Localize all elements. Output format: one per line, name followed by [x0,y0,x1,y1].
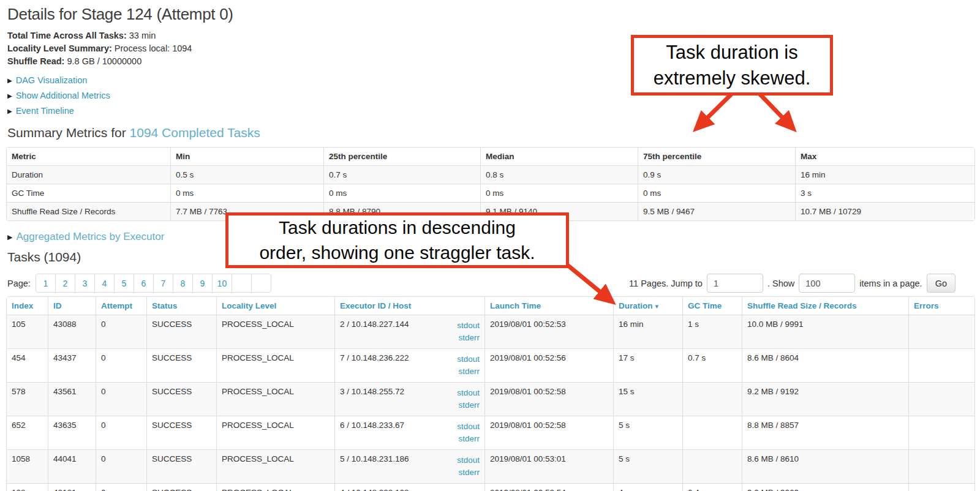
items-per-page-input[interactable] [799,274,855,293]
task-status: SUCCESS [146,416,216,449]
page-title: Details for Stage 124 (Attempt 0) [7,5,974,23]
stderr-link[interactable]: stderr [458,399,480,411]
items-per-page-label: items in a page. [859,279,922,288]
page-button-4[interactable]: 4 [94,274,115,293]
task-executor-host: 7 / 10.148.236.222stdoutstderr [334,348,484,382]
stdout-link[interactable]: stdout [457,454,480,467]
stdout-link[interactable]: stdout [457,387,480,399]
task-launch-time: 2019/08/01 00:52:56 [484,348,613,382]
stdout-link[interactable]: stdout [457,353,480,365]
page-button-obscured[interactable] [232,274,252,293]
annotation-skewed-duration: Task duration is extremely skewed. [631,35,833,96]
summary-metric-cell: Shuffle Read Size / Records [7,202,170,220]
show-label: . Show [767,279,794,288]
tasks-col-header-id[interactable]: ID [48,297,96,315]
tasks-col-header-executor-id-host[interactable]: Executor ID / Host [334,297,484,315]
task-shuffle-read: 10.0 MB / 9991 [742,315,908,348]
event-timeline-toggle[interactable]: ▶Event Timeline [7,105,974,118]
stderr-link[interactable]: stderr [458,332,480,344]
summary-col-header: Median [480,148,638,165]
task-row: 652436350SUCCESSPROCESS_LOCAL6 / 10.148.… [7,416,974,449]
show-additional-metrics-link[interactable]: Show Additional Metrics [16,91,110,100]
page-button-3[interactable]: 3 [75,274,95,293]
annotation-text: Task durations in descending [279,216,516,241]
task-executor-host: 3 / 10.148.255.72stdoutstderr [334,382,484,416]
page-button-10[interactable]: 10 [212,274,232,293]
stderr-link[interactable]: stderr [458,365,480,378]
summary-metric-cell: 0 ms [638,184,795,202]
stdout-link[interactable]: stdout [457,488,480,491]
jump-to-page-input[interactable] [707,274,763,293]
page-button-6[interactable]: 6 [134,274,154,293]
task-attempt: 0 [96,382,146,416]
tasks-col-header-shuffle-read-size-records[interactable]: Shuffle Read Size / Records [742,297,908,315]
tasks-col-header-index[interactable]: Index [7,297,48,315]
task-locality: PROCESS_LOCAL [216,348,334,382]
task-gc-time: 1 s [682,315,742,348]
task-gc-time [682,416,742,449]
task-duration: 5 s [613,449,682,483]
task-executor-host: 4 / 10.148.233.108stdoutstderr [334,483,484,491]
sort-desc-icon: ▾ [655,302,659,310]
page-button-9[interactable]: 9 [192,274,213,293]
summary-metric-cell: 0.8 s [480,165,638,184]
completed-tasks-link[interactable]: 1094 Completed Tasks [130,126,260,140]
tasks-col-header-attempt[interactable]: Attempt [96,297,146,315]
annotation-text: extremely skewed. [654,66,811,91]
summary-metric-cell: 0.9 s [638,165,795,184]
tasks-col-header-duration[interactable]: Duration▾ [613,297,682,315]
page-button-obscured[interactable] [251,274,271,293]
task-shuffle-read: 8.6 MB / 8610 [742,449,908,483]
task-row: 454434370SUCCESSPROCESS_LOCAL7 / 10.148.… [7,348,974,382]
stderr-link[interactable]: stderr [458,433,480,445]
summary-col-header: 75th percentile [638,148,795,165]
task-errors [908,348,974,382]
aggregated-metrics-link[interactable]: Aggregated Metrics by Executor [16,231,164,242]
page-button-8[interactable]: 8 [173,274,193,293]
expand-arrow-icon: ▶ [7,108,12,114]
task-status: SUCCESS [146,348,216,382]
executor-host-text: 6 / 10.148.233.67 [340,421,404,430]
page-button-7[interactable]: 7 [153,274,173,293]
locality-summary-label: Locality Level Summary: [7,43,112,53]
annotation-text: Task duration is [666,40,797,66]
task-row: 1058440410SUCCESSPROCESS_LOCAL5 / 10.148… [7,449,974,483]
page-button-5[interactable]: 5 [114,274,134,293]
task-duration: 16 min [613,315,682,348]
summary-metrics-table: MetricMin25th percentileMedian75th perce… [6,147,975,221]
task-index: 138 [7,483,48,491]
task-duration: 15 s [613,382,682,416]
task-status: SUCCESS [146,483,216,491]
tasks-col-header-status[interactable]: Status [146,297,216,315]
page-button-1[interactable]: 1 [36,274,56,293]
event-timeline-link[interactable]: Event Timeline [16,106,74,116]
task-errors [908,382,974,416]
expand-arrow-icon: ▶ [7,92,12,99]
tasks-header-row: IndexIDAttemptStatusLocality LevelExecut… [7,297,974,315]
locality-summary-value: Process local: 1094 [112,43,192,53]
summary-col-header: Max [795,148,974,165]
pages-info-text: 11 Pages. Jump to [629,279,703,288]
task-shuffle-read: 9.2 MB / 9192 [742,382,908,416]
task-gc-time: 0.7 s [682,348,742,382]
tasks-col-header-errors[interactable]: Errors [908,297,974,315]
task-attempt: 0 [96,483,146,491]
tasks-col-header-gc-time[interactable]: GC Time [682,297,742,315]
stdout-link[interactable]: stdout [457,421,480,433]
task-errors [908,315,974,348]
summary-col-header: Metric [7,148,170,165]
stdout-link[interactable]: stdout [457,320,480,332]
go-button[interactable]: Go [927,274,956,293]
tasks-col-header-locality-level[interactable]: Locality Level [216,297,334,315]
dag-visualization-link[interactable]: DAG Visualization [16,75,88,85]
task-locality: PROCESS_LOCAL [216,416,334,449]
stderr-link[interactable]: stderr [458,467,480,479]
page-button-2[interactable]: 2 [55,274,75,293]
task-errors [908,483,974,491]
summary-metric-cell: GC Time [7,184,170,202]
task-errors [908,449,974,483]
summary-metric-cell: 0.7 s [323,165,480,184]
tasks-col-header-launch-time[interactable]: Launch Time [484,297,613,315]
task-duration: 5 s [613,416,682,449]
summary-metric-cell: 0 ms [170,184,323,202]
